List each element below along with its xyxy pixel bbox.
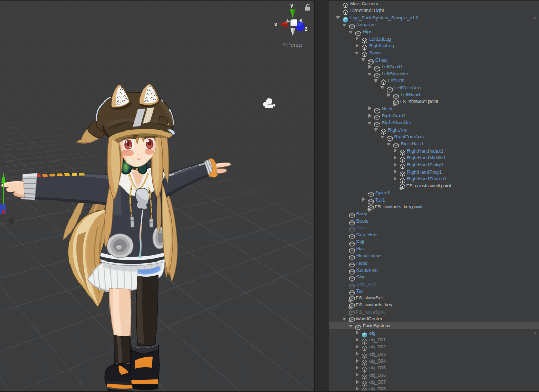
svg-text:x: x — [274, 22, 277, 27]
svg-text:z: z — [305, 26, 308, 32]
svg-text:LIQU: LIQU — [125, 165, 127, 170]
svg-text:<: < — [282, 41, 285, 47]
svg-text:Persp: Persp — [286, 42, 302, 48]
svg-text:y: y — [290, 3, 293, 8]
